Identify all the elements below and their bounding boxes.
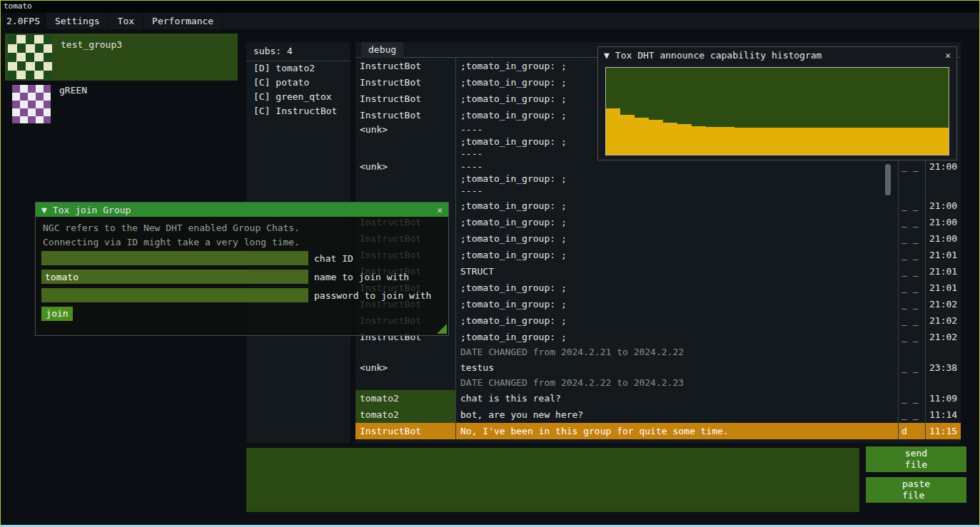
chat-cell-message: chat is this real? [455, 390, 898, 406]
collapse-icon[interactable]: ▼ [604, 50, 610, 61]
histogram-window-title-bar[interactable]: ▼ Tox DHT announce capability histogram … [598, 47, 956, 63]
chat-cell-timestamp: 21:01 [925, 247, 961, 263]
chat-cell-timestamp: 21:00 [925, 160, 961, 198]
chat-cell-message: STRUCT [455, 263, 898, 280]
histogram-bar [934, 128, 949, 155]
histogram-bar [734, 128, 749, 155]
chat-cell-timestamp: 11:09 [925, 390, 961, 406]
date-changed-text: DATE CHANGED from 2024.2.22 to 2024.2.23 [455, 376, 898, 390]
join-name-input[interactable] [41, 270, 308, 284]
chat-cell-message: ;tomato_in_group: ; [455, 214, 898, 230]
member-item[interactable]: [C] potato [246, 76, 350, 90]
join-info-line: NGC refers to the New DHT enabled Group … [43, 222, 300, 233]
chat-cell-receipt: _ _ [898, 263, 925, 280]
collapse-icon[interactable]: ▼ [41, 205, 47, 215]
menu-performance[interactable]: Performance [143, 13, 223, 29]
chat-message-row[interactable]: tomato2chat is this real?_ _11:09 [355, 390, 961, 406]
send-file-button[interactable]: send file [866, 446, 966, 472]
chat-cell-timestamp: 21:00 [925, 214, 961, 230]
chat-cell-timestamp [925, 376, 961, 390]
chat-cell-message: testus [455, 359, 898, 376]
sidebar-item-test-group3[interactable]: test_group3 [5, 34, 238, 81]
tab-debug[interactable]: debug [361, 42, 403, 58]
chat-cell-receipt: _ _ [898, 214, 925, 230]
chat-cell-timestamp: 21:02 [925, 329, 961, 345]
menu-tox[interactable]: Tox [109, 13, 143, 29]
menu-settings[interactable]: Settings [46, 13, 109, 29]
chat-cell-receipt: _ _ [898, 280, 925, 296]
chat-cell-timestamp: 21:00 [925, 230, 961, 247]
histogram-bar [834, 128, 849, 155]
chat-cell-sender [355, 345, 455, 359]
join-password-label: password to join with [314, 290, 431, 301]
chat-cell-timestamp: 21:01 [925, 280, 961, 296]
chat-cell-receipt: _ _ [898, 198, 925, 214]
app-window: tomato 2.0FPS Settings Tox Performance t… [0, 0, 980, 527]
chat-message-row[interactable]: tomato2bot, are you new here?_ _11:14 [355, 406, 961, 423]
paste-file-button[interactable]: paste file [866, 477, 966, 503]
chat-cell-sender: <unk> [355, 359, 455, 376]
member-item[interactable]: [C] green_qtox [246, 90, 350, 104]
histogram-bar [720, 127, 734, 155]
chat-cell-message: ;tomato_in_group: ; [455, 296, 898, 312]
chat-cell-message: ;tomato_in_group: ; [455, 247, 898, 263]
close-icon[interactable]: ✕ [437, 205, 443, 215]
histogram-bar [677, 124, 692, 155]
histogram-bar [820, 128, 834, 155]
member-item[interactable]: [D] tomato2 [246, 61, 350, 76]
chat-cell-sender: InstructBot [355, 423, 455, 439]
chat-cell-message: ;tomato_in_group: ; [455, 280, 898, 296]
chat-message-row[interactable]: <unk>testus_ _23:38 [355, 359, 961, 376]
histogram-window-title: Tox DHT announce capability histogram [615, 50, 822, 61]
chat-id-input[interactable] [41, 251, 308, 265]
chat-cell-message: ;tomato_in_group: ; [455, 329, 898, 345]
chat-cell-sender: <unk> [355, 160, 455, 198]
chat-cell-receipt [898, 376, 925, 390]
chat-cell-timestamp: 21:02 [925, 312, 961, 329]
histogram-bar [606, 108, 620, 155]
group-avatar [8, 35, 52, 79]
chat-cell-receipt: _ _ [898, 390, 925, 406]
histogram-bar [920, 128, 934, 155]
chat-cell-receipt: _ _ [898, 359, 925, 376]
date-separator-row[interactable]: DATE CHANGED from 2024.2.22 to 2024.2.23 [355, 376, 961, 390]
histogram-bar [877, 128, 891, 155]
message-input[interactable] [246, 448, 859, 512]
chat-cell-message: ;tomato_in_group: ; [455, 198, 898, 214]
chat-cell-receipt [898, 345, 925, 359]
chat-cell-message: bot, are you new here? [455, 406, 898, 423]
chat-cell-timestamp: 23:38 [925, 359, 961, 376]
chat-cell-timestamp: 21:00 [925, 198, 961, 214]
chat-message-row[interactable]: InstructBotNo, I've been in this group f… [355, 423, 961, 439]
chat-cell-receipt: _ _ [898, 230, 925, 247]
menu-bar: 2.0FPS Settings Tox Performance [1, 13, 979, 29]
chat-cell-sender: InstructBot [355, 58, 455, 74]
chat-cell-receipt: d [898, 423, 925, 439]
join-button[interactable]: join [41, 307, 73, 321]
histogram-bar [635, 118, 649, 155]
chat-cell-sender: <unk> [355, 123, 455, 160]
sidebar-item-green[interactable]: gREEN [5, 82, 238, 126]
chat-cell-timestamp: 11:14 [925, 406, 961, 423]
histogram-bar [906, 128, 920, 155]
chat-cell-sender: tomato2 [355, 390, 455, 406]
histogram-bar [849, 128, 863, 155]
window-title: tomato [4, 1, 32, 11]
group-avatar [12, 85, 51, 123]
member-item[interactable]: [C] InstructBot [246, 104, 350, 118]
chat-cell-receipt: _ _ [898, 329, 925, 345]
chat-message-row[interactable]: <unk>---- ;tomato_in_group: ; ----_ _21:… [355, 160, 961, 198]
resize-grip[interactable] [437, 324, 447, 334]
window-title-bar[interactable]: tomato [1, 1, 979, 13]
join-name-label: name to join with [314, 272, 409, 282]
close-icon[interactable]: ✕ [945, 50, 951, 61]
join-group-window: ▼ Tox join Group ✕ NGC refers to the New… [35, 202, 449, 336]
date-separator-row[interactable]: DATE CHANGED from 2024.2.21 to 2024.2.22 [355, 345, 961, 359]
chat-cell-receipt: _ _ [898, 296, 925, 312]
histogram-bar [777, 128, 792, 155]
histogram-bar [891, 128, 906, 155]
histogram-bar [706, 127, 720, 155]
chat-scrollbar[interactable] [885, 164, 891, 195]
join-password-input[interactable] [41, 288, 308, 302]
join-window-title-bar[interactable]: ▼ Tox join Group ✕ [36, 203, 448, 217]
